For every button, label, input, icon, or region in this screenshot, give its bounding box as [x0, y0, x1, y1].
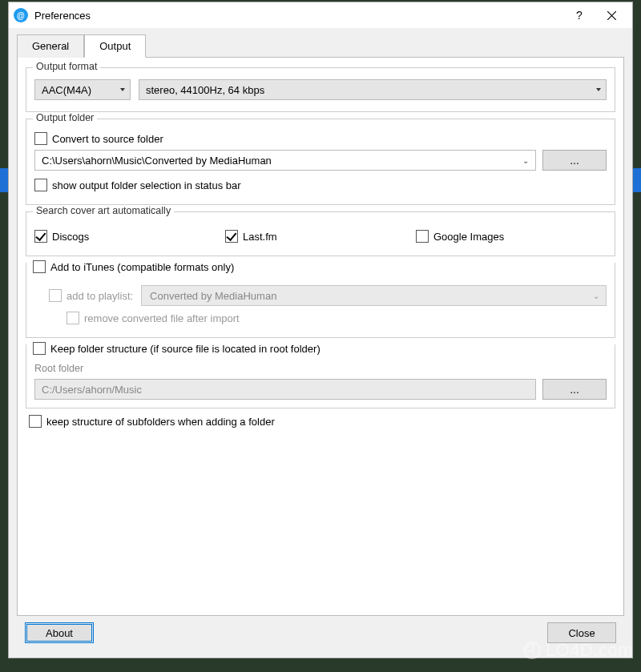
root-folder-path-value: C:/Users/ahorn/Music [42, 384, 142, 396]
lastfm-label: Last.fm [243, 231, 277, 243]
discogs-checkbox[interactable] [34, 230, 47, 243]
tab-panel-output: Output format AAC(M4A) stereo, 44100Hz, … [17, 57, 624, 616]
add-playlist-checkbox [49, 289, 62, 302]
chevron-down-icon [596, 88, 601, 91]
watermark-icon [523, 642, 541, 659]
about-button[interactable]: About [25, 622, 94, 643]
google-images-label: Google Images [433, 231, 504, 243]
google-images-checkbox[interactable] [416, 230, 429, 243]
watermark-text: LO4D.com [546, 640, 633, 661]
help-button[interactable]: ? [563, 4, 595, 26]
browse-output-folder-button[interactable]: ... [542, 150, 607, 171]
keep-structure-label: Keep folder structure (if source file is… [50, 343, 320, 355]
add-itunes-label: Add to iTunes (compatible formats only) [50, 261, 234, 273]
discogs-label: Discogs [52, 231, 89, 243]
show-status-label: show output folder selection in status b… [52, 179, 241, 191]
quality-value: stereo, 44100Hz, 64 kbps [146, 84, 264, 96]
discogs-checkbox-row[interactable]: Discogs [34, 230, 225, 243]
cover-art-group: Search cover art automatically Discogs L… [26, 211, 615, 256]
lastfm-checkbox-row[interactable]: Last.fm [225, 230, 416, 243]
tab-output[interactable]: Output [84, 34, 146, 58]
preferences-window: @ Preferences ? General Output Output fo… [8, 2, 633, 658]
itunes-group: Add to iTunes (compatible formats only) … [26, 263, 615, 338]
keep-subfolders-checkbox-row[interactable]: keep structure of subfolders when adding… [29, 415, 615, 428]
convert-to-source-label: Convert to source folder [52, 133, 163, 145]
browse-root-folder-button[interactable]: ... [542, 379, 607, 400]
keep-subfolders-label: keep structure of subfolders when adding… [46, 416, 275, 428]
keep-structure-checkbox-row[interactable]: Keep folder structure (if source file is… [33, 342, 325, 355]
chevron-down-icon: ⌄ [593, 292, 599, 300]
output-folder-group: Output folder Convert to source folder C… [26, 119, 615, 205]
remove-after-import-label: remove converted file after import [84, 312, 240, 324]
keep-subfolders-checkbox[interactable] [29, 415, 42, 428]
quality-combo[interactable]: stereo, 44100Hz, 64 kbps [139, 79, 607, 100]
window-title: Preferences [34, 10, 563, 22]
lastfm-checkbox[interactable] [225, 230, 238, 243]
output-format-legend: Output format [33, 61, 100, 72]
chevron-down-icon: ⌄ [522, 156, 529, 165]
output-folder-path-input[interactable]: C:\Users\ahorn\Music\Converted by MediaH… [34, 150, 536, 171]
folder-structure-group: Keep folder structure (if source file is… [26, 344, 615, 408]
convert-to-source-checkbox-row[interactable]: Convert to source folder [34, 132, 607, 145]
show-status-checkbox[interactable] [34, 179, 47, 191]
format-combo[interactable]: AAC(M4A) [34, 79, 131, 100]
titlebar: @ Preferences ? [9, 2, 632, 28]
show-status-checkbox-row[interactable]: show output folder selection in status b… [34, 179, 607, 191]
window-close-button[interactable] [595, 4, 627, 26]
output-folder-path-value: C:\Users\ahorn\Music\Converted by MediaH… [42, 155, 272, 167]
root-folder-path-input: C:/Users/ahorn/Music [34, 379, 536, 400]
tabstrip: General Output [17, 34, 624, 58]
google-images-checkbox-row[interactable]: Google Images [416, 230, 607, 243]
add-itunes-checkbox[interactable] [33, 260, 46, 273]
tab-general[interactable]: General [17, 34, 84, 58]
app-icon: @ [14, 8, 28, 22]
add-playlist-checkbox-row: add to playlist: [49, 289, 133, 302]
add-itunes-checkbox-row[interactable]: Add to iTunes (compatible formats only) [33, 260, 239, 273]
cover-art-legend: Search cover art automatically [33, 205, 174, 216]
output-format-group: Output format AAC(M4A) stereo, 44100Hz, … [26, 67, 615, 112]
remove-after-import-checkbox [67, 312, 79, 324]
convert-to-source-checkbox[interactable] [34, 132, 47, 145]
output-folder-legend: Output folder [33, 112, 97, 123]
playlist-combo: Converted by MediaHuman ⌄ [141, 285, 607, 306]
keep-structure-checkbox[interactable] [33, 342, 46, 355]
watermark: LO4D.com [523, 640, 633, 661]
remove-after-import-checkbox-row: remove converted file after import [67, 312, 607, 324]
playlist-value: Converted by MediaHuman [150, 290, 276, 302]
chevron-down-icon [120, 88, 125, 91]
add-playlist-label: add to playlist: [67, 290, 133, 302]
root-folder-label: Root folder [34, 363, 607, 374]
format-value: AAC(M4A) [42, 84, 91, 96]
